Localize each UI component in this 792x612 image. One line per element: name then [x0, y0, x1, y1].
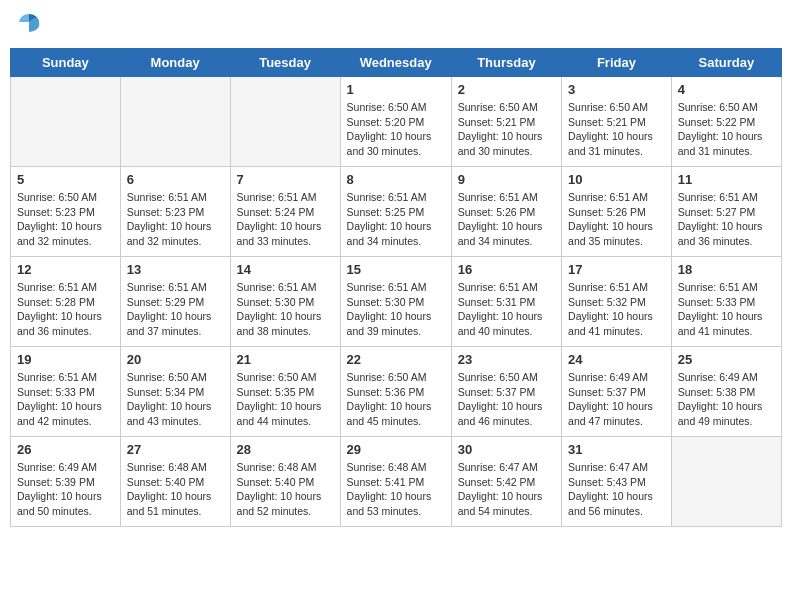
day-header-sunday: Sunday [11, 49, 121, 77]
calendar-table: SundayMondayTuesdayWednesdayThursdayFrid… [10, 48, 782, 527]
day-number: 8 [347, 172, 445, 187]
calendar-cell: 16Sunrise: 6:51 AM Sunset: 5:31 PM Dayli… [451, 257, 561, 347]
day-number: 26 [17, 442, 114, 457]
calendar-cell: 3Sunrise: 6:50 AM Sunset: 5:21 PM Daylig… [562, 77, 672, 167]
day-info: Sunrise: 6:48 AM Sunset: 5:40 PM Dayligh… [237, 460, 334, 519]
day-number: 24 [568, 352, 665, 367]
day-number: 21 [237, 352, 334, 367]
day-info: Sunrise: 6:47 AM Sunset: 5:42 PM Dayligh… [458, 460, 555, 519]
week-row-1: 1Sunrise: 6:50 AM Sunset: 5:20 PM Daylig… [11, 77, 782, 167]
day-info: Sunrise: 6:51 AM Sunset: 5:25 PM Dayligh… [347, 190, 445, 249]
day-info: Sunrise: 6:50 AM Sunset: 5:37 PM Dayligh… [458, 370, 555, 429]
page-header [10, 10, 782, 38]
day-info: Sunrise: 6:50 AM Sunset: 5:35 PM Dayligh… [237, 370, 334, 429]
calendar-cell: 23Sunrise: 6:50 AM Sunset: 5:37 PM Dayli… [451, 347, 561, 437]
calendar-cell: 17Sunrise: 6:51 AM Sunset: 5:32 PM Dayli… [562, 257, 672, 347]
days-of-week-row: SundayMondayTuesdayWednesdayThursdayFrid… [11, 49, 782, 77]
day-number: 20 [127, 352, 224, 367]
week-row-5: 26Sunrise: 6:49 AM Sunset: 5:39 PM Dayli… [11, 437, 782, 527]
calendar-cell: 19Sunrise: 6:51 AM Sunset: 5:33 PM Dayli… [11, 347, 121, 437]
calendar-cell: 8Sunrise: 6:51 AM Sunset: 5:25 PM Daylig… [340, 167, 451, 257]
calendar-cell: 14Sunrise: 6:51 AM Sunset: 5:30 PM Dayli… [230, 257, 340, 347]
day-header-saturday: Saturday [671, 49, 781, 77]
calendar-cell: 25Sunrise: 6:49 AM Sunset: 5:38 PM Dayli… [671, 347, 781, 437]
calendar-cell: 15Sunrise: 6:51 AM Sunset: 5:30 PM Dayli… [340, 257, 451, 347]
calendar-cell: 31Sunrise: 6:47 AM Sunset: 5:43 PM Dayli… [562, 437, 672, 527]
day-info: Sunrise: 6:51 AM Sunset: 5:30 PM Dayligh… [347, 280, 445, 339]
day-info: Sunrise: 6:50 AM Sunset: 5:34 PM Dayligh… [127, 370, 224, 429]
day-number: 28 [237, 442, 334, 457]
day-number: 3 [568, 82, 665, 97]
day-number: 27 [127, 442, 224, 457]
day-header-tuesday: Tuesday [230, 49, 340, 77]
day-number: 12 [17, 262, 114, 277]
day-info: Sunrise: 6:50 AM Sunset: 5:20 PM Dayligh… [347, 100, 445, 159]
day-number: 10 [568, 172, 665, 187]
day-info: Sunrise: 6:48 AM Sunset: 5:41 PM Dayligh… [347, 460, 445, 519]
day-number: 6 [127, 172, 224, 187]
day-info: Sunrise: 6:50 AM Sunset: 5:23 PM Dayligh… [17, 190, 114, 249]
day-info: Sunrise: 6:51 AM Sunset: 5:33 PM Dayligh… [678, 280, 775, 339]
calendar-cell: 27Sunrise: 6:48 AM Sunset: 5:40 PM Dayli… [120, 437, 230, 527]
calendar-cell: 20Sunrise: 6:50 AM Sunset: 5:34 PM Dayli… [120, 347, 230, 437]
day-info: Sunrise: 6:49 AM Sunset: 5:38 PM Dayligh… [678, 370, 775, 429]
day-number: 5 [17, 172, 114, 187]
day-info: Sunrise: 6:49 AM Sunset: 5:39 PM Dayligh… [17, 460, 114, 519]
calendar-cell: 29Sunrise: 6:48 AM Sunset: 5:41 PM Dayli… [340, 437, 451, 527]
calendar-cell: 4Sunrise: 6:50 AM Sunset: 5:22 PM Daylig… [671, 77, 781, 167]
week-row-3: 12Sunrise: 6:51 AM Sunset: 5:28 PM Dayli… [11, 257, 782, 347]
day-info: Sunrise: 6:51 AM Sunset: 5:26 PM Dayligh… [458, 190, 555, 249]
day-number: 22 [347, 352, 445, 367]
logo-icon [15, 10, 43, 38]
calendar-cell: 1Sunrise: 6:50 AM Sunset: 5:20 PM Daylig… [340, 77, 451, 167]
calendar-cell [230, 77, 340, 167]
day-header-wednesday: Wednesday [340, 49, 451, 77]
day-number: 15 [347, 262, 445, 277]
calendar-cell: 24Sunrise: 6:49 AM Sunset: 5:37 PM Dayli… [562, 347, 672, 437]
calendar-cell: 21Sunrise: 6:50 AM Sunset: 5:35 PM Dayli… [230, 347, 340, 437]
day-info: Sunrise: 6:51 AM Sunset: 5:26 PM Dayligh… [568, 190, 665, 249]
calendar-cell: 12Sunrise: 6:51 AM Sunset: 5:28 PM Dayli… [11, 257, 121, 347]
calendar-cell: 13Sunrise: 6:51 AM Sunset: 5:29 PM Dayli… [120, 257, 230, 347]
calendar-cell: 26Sunrise: 6:49 AM Sunset: 5:39 PM Dayli… [11, 437, 121, 527]
day-info: Sunrise: 6:51 AM Sunset: 5:27 PM Dayligh… [678, 190, 775, 249]
day-info: Sunrise: 6:51 AM Sunset: 5:30 PM Dayligh… [237, 280, 334, 339]
day-info: Sunrise: 6:51 AM Sunset: 5:32 PM Dayligh… [568, 280, 665, 339]
day-header-monday: Monday [120, 49, 230, 77]
day-info: Sunrise: 6:51 AM Sunset: 5:24 PM Dayligh… [237, 190, 334, 249]
calendar-cell: 18Sunrise: 6:51 AM Sunset: 5:33 PM Dayli… [671, 257, 781, 347]
day-number: 17 [568, 262, 665, 277]
day-info: Sunrise: 6:51 AM Sunset: 5:33 PM Dayligh… [17, 370, 114, 429]
day-number: 18 [678, 262, 775, 277]
calendar-cell: 9Sunrise: 6:51 AM Sunset: 5:26 PM Daylig… [451, 167, 561, 257]
day-info: Sunrise: 6:48 AM Sunset: 5:40 PM Dayligh… [127, 460, 224, 519]
calendar-cell: 2Sunrise: 6:50 AM Sunset: 5:21 PM Daylig… [451, 77, 561, 167]
day-header-friday: Friday [562, 49, 672, 77]
calendar-cell [120, 77, 230, 167]
calendar-cell: 10Sunrise: 6:51 AM Sunset: 5:26 PM Dayli… [562, 167, 672, 257]
week-row-2: 5Sunrise: 6:50 AM Sunset: 5:23 PM Daylig… [11, 167, 782, 257]
calendar-cell: 6Sunrise: 6:51 AM Sunset: 5:23 PM Daylig… [120, 167, 230, 257]
day-number: 16 [458, 262, 555, 277]
day-number: 30 [458, 442, 555, 457]
calendar-cell: 11Sunrise: 6:51 AM Sunset: 5:27 PM Dayli… [671, 167, 781, 257]
day-header-thursday: Thursday [451, 49, 561, 77]
calendar-cell: 22Sunrise: 6:50 AM Sunset: 5:36 PM Dayli… [340, 347, 451, 437]
day-info: Sunrise: 6:51 AM Sunset: 5:31 PM Dayligh… [458, 280, 555, 339]
day-number: 11 [678, 172, 775, 187]
day-info: Sunrise: 6:50 AM Sunset: 5:21 PM Dayligh… [458, 100, 555, 159]
day-number: 31 [568, 442, 665, 457]
calendar-cell [11, 77, 121, 167]
calendar-cell: 30Sunrise: 6:47 AM Sunset: 5:42 PM Dayli… [451, 437, 561, 527]
logo [15, 10, 45, 38]
day-info: Sunrise: 6:51 AM Sunset: 5:28 PM Dayligh… [17, 280, 114, 339]
day-number: 29 [347, 442, 445, 457]
day-info: Sunrise: 6:51 AM Sunset: 5:23 PM Dayligh… [127, 190, 224, 249]
day-info: Sunrise: 6:50 AM Sunset: 5:21 PM Dayligh… [568, 100, 665, 159]
day-number: 1 [347, 82, 445, 97]
day-number: 19 [17, 352, 114, 367]
calendar-cell: 28Sunrise: 6:48 AM Sunset: 5:40 PM Dayli… [230, 437, 340, 527]
day-info: Sunrise: 6:51 AM Sunset: 5:29 PM Dayligh… [127, 280, 224, 339]
day-number: 7 [237, 172, 334, 187]
week-row-4: 19Sunrise: 6:51 AM Sunset: 5:33 PM Dayli… [11, 347, 782, 437]
